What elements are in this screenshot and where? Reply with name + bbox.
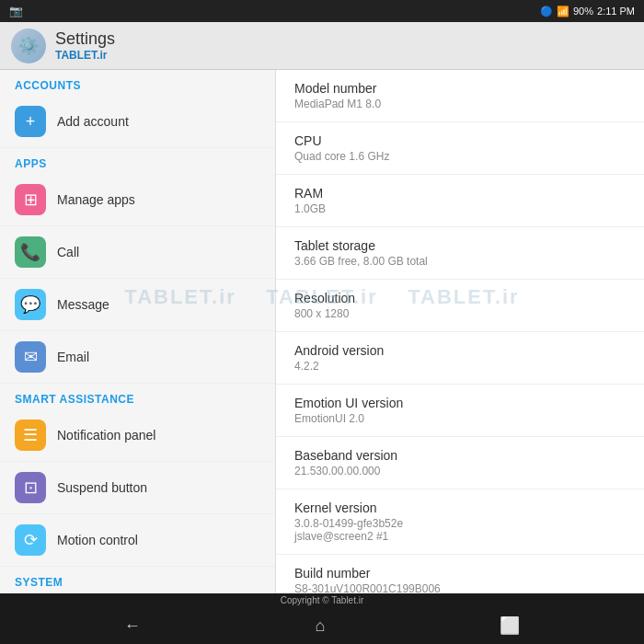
suspend-button-label: Suspend button (57, 480, 147, 495)
info-row-2: RAM1.0GB (276, 175, 644, 227)
notification-panel-label: Notification panel (57, 428, 155, 443)
sidebar-item-motion-control[interactable]: ⟳Motion control (0, 514, 275, 567)
info-row-7: Baseband version21.530.00.00.000 (276, 437, 644, 489)
info-label-8: Kernel version (294, 500, 626, 515)
motion-control-icon: ⟳ (15, 524, 46, 556)
settings-icon: ⚙️ (11, 29, 46, 63)
main-content: ACCOUNTS+Add accountAPPS⊞Manage apps📞Cal… (0, 70, 644, 607)
section-header-accounts: ACCOUNTS (0, 70, 275, 96)
sidebar: ACCOUNTS+Add accountAPPS⊞Manage apps📞Cal… (0, 70, 276, 607)
info-value-4: 800 x 1280 (294, 307, 626, 320)
sidebar-item-message[interactable]: 💬Message (0, 279, 275, 331)
info-label-0: Model number (294, 81, 626, 96)
call-label: Call (57, 245, 79, 259)
info-row-4: Resolution800 x 1280 (276, 280, 644, 332)
info-label-6: Emotion UI version (294, 396, 626, 410)
info-value-8: 3.0.8-01499-gfe3b52e jslave@screen2 #1 (294, 517, 626, 543)
sidebar-item-add-account[interactable]: +Add account (0, 96, 275, 148)
back-button[interactable]: ← (113, 613, 152, 639)
time-text: 2:11 PM (597, 6, 635, 17)
info-row-0: Model numberMediaPad M1 8.0 (276, 70, 644, 122)
info-value-2: 1.0GB (294, 202, 626, 215)
copyright-text: Copyright © Tablet.ir (0, 593, 644, 607)
info-row-1: CPUQuad core 1.6 GHz (276, 122, 644, 175)
bluetooth-icon: 🔵 (540, 6, 553, 17)
sidebar-item-manage-apps[interactable]: ⊞Manage apps (0, 174, 275, 226)
suspend-button-icon: ⊡ (15, 472, 46, 503)
email-icon: ✉ (15, 341, 46, 373)
home-button[interactable]: ⌂ (305, 613, 337, 639)
info-label-2: RAM (294, 186, 626, 201)
info-value-6: EmotionUI 2.0 (294, 412, 626, 425)
info-value-5: 4.2.2 (294, 360, 626, 373)
info-label-5: Android version (294, 343, 626, 358)
info-value-7: 21.530.00.00.000 (294, 465, 626, 477)
camera-icon: 📷 (9, 5, 23, 17)
brand-label: TABLET.ir (55, 49, 115, 62)
info-row-6: Emotion UI versionEmotionUI 2.0 (276, 385, 644, 437)
manage-apps-icon: ⊞ (15, 184, 46, 215)
info-row-8: Kernel version3.0.8-01499-gfe3b52e jslav… (276, 489, 644, 555)
call-icon: 📞 (15, 236, 46, 268)
sidebar-item-call[interactable]: 📞Call (0, 226, 275, 279)
info-value-0: MediaPad M1 8.0 (294, 98, 626, 110)
recent-button[interactable]: ⬜ (489, 612, 531, 639)
message-icon: 💬 (15, 289, 46, 320)
notification-panel-icon: ☰ (15, 420, 46, 451)
right-panel: Model numberMediaPad M1 8.0CPUQuad core … (276, 70, 644, 607)
sidebar-item-notification-panel[interactable]: ☰Notification panel (0, 409, 275, 462)
bottom-bar: ← ⌂ ⬜ (0, 607, 644, 644)
section-header-apps: APPS (0, 148, 275, 174)
info-label-3: Tablet storage (294, 238, 626, 253)
section-header-smart-assistance: SMART ASSISTANCE (0, 384, 275, 409)
status-bar: 📷 🔵 📶 90% 2:11 PM (0, 0, 644, 22)
header: ⚙️ Settings TABLET.ir (0, 22, 644, 70)
info-label-7: Baseband version (294, 448, 626, 463)
section-header-system: SYSTEM (0, 567, 275, 592)
status-left-icons: 📷 (9, 5, 23, 17)
sidebar-item-suspend-button[interactable]: ⊡Suspend button (0, 462, 275, 514)
signal-icon: 📶 (557, 6, 569, 17)
battery-text: 90% (573, 6, 593, 17)
message-label: Message (57, 297, 109, 312)
info-row-3: Tablet storage3.66 GB free, 8.00 GB tota… (276, 227, 644, 280)
add-account-icon: + (15, 106, 46, 137)
info-value-3: 3.66 GB free, 8.00 GB total (294, 255, 626, 268)
manage-apps-label: Manage apps (57, 192, 135, 207)
info-label-9: Build number (294, 566, 626, 581)
email-label: Email (57, 350, 89, 364)
motion-control-label: Motion control (57, 533, 138, 547)
status-right-icons: 🔵 📶 90% 2:11 PM (540, 6, 635, 17)
info-label-4: Resolution (294, 291, 626, 305)
info-row-5: Android version4.2.2 (276, 332, 644, 385)
info-label-1: CPU (294, 133, 626, 148)
add-account-label: Add account (57, 114, 129, 129)
sidebar-item-email[interactable]: ✉Email (0, 331, 275, 384)
info-value-1: Quad core 1.6 GHz (294, 150, 626, 163)
page-title: Settings (55, 29, 115, 49)
